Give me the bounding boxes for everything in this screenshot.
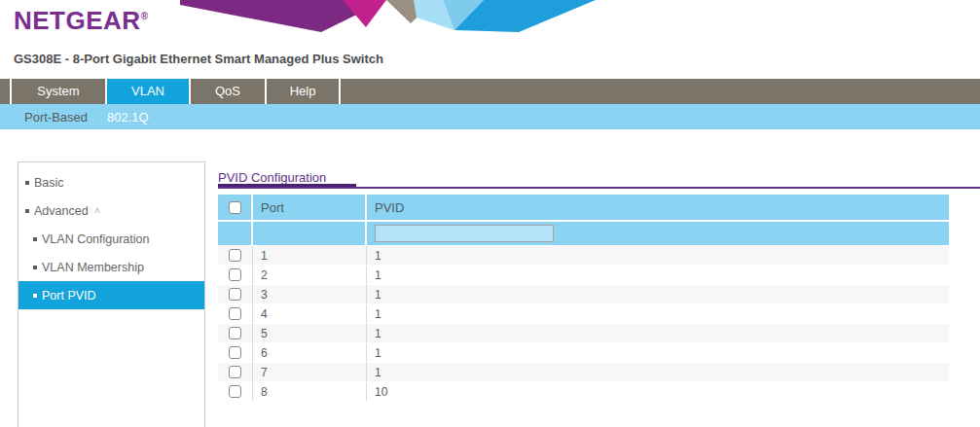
table-row: 4 1 xyxy=(218,304,949,324)
pvid-cell: 1 xyxy=(367,363,949,381)
pvid-cell: 1 xyxy=(367,285,949,303)
table-header-row: Port PVID xyxy=(218,195,949,220)
pvid-cell: 10 xyxy=(367,382,949,401)
port-cell: 8 xyxy=(253,382,367,401)
main-nav: System VLAN QoS Help xyxy=(0,79,980,104)
subnav-item-port-based[interactable]: Port-Based xyxy=(24,110,88,125)
subnav-item-8021q[interactable]: 802.1Q xyxy=(107,110,149,125)
nav-separator xyxy=(339,79,341,104)
page: NETGEAR® GS308E - 8-Port Gigabit Etherne… xyxy=(0,0,980,427)
select-all-checkbox[interactable] xyxy=(229,201,241,214)
sidebar-item-label: VLAN Membership xyxy=(42,261,144,274)
sidebar: Basic Advanced ˄ VLAN Configuration VLAN… xyxy=(18,161,205,427)
port-cell: 7 xyxy=(253,363,367,381)
sub-nav: Port-Based 802.1Q xyxy=(0,104,980,129)
column-header-port: Port xyxy=(253,195,367,220)
collapse-caret-icon: ˄ xyxy=(94,205,100,216)
device-title: GS308E - 8-Port Gigabit Ethernet Smart M… xyxy=(14,52,383,66)
sidebar-item-vlan-configuration[interactable]: VLAN Configuration xyxy=(18,225,204,253)
nav-tab-vlan[interactable]: VLAN xyxy=(105,79,189,104)
table-row: 8 10 xyxy=(218,382,949,402)
row-checkbox[interactable] xyxy=(229,366,241,378)
pvid-cell: 1 xyxy=(367,246,949,265)
select-all-cell xyxy=(218,195,253,220)
nav-tab-system[interactable]: System xyxy=(10,79,105,104)
table-row: 6 1 xyxy=(218,343,949,363)
column-header-pvid: PVID xyxy=(367,195,949,220)
edit-checkbox-cell xyxy=(218,222,253,245)
page-title: PVID Configuration xyxy=(218,170,326,185)
port-cell: 2 xyxy=(253,266,367,284)
port-cell: 3 xyxy=(253,285,367,303)
nav-tab-help[interactable]: Help xyxy=(265,79,339,104)
sidebar-item-label: Port PVID xyxy=(42,289,96,302)
checkbox-cell xyxy=(218,343,253,362)
bullet-icon xyxy=(33,294,37,298)
table-edit-row xyxy=(218,222,949,245)
sidebar-item-label: VLAN Configuration xyxy=(42,232,149,246)
row-checkbox[interactable] xyxy=(229,249,241,262)
checkbox-cell xyxy=(218,304,253,323)
pvid-table: Port PVID 1 1 2 1 3 1 xyxy=(218,195,949,402)
pvid-input[interactable] xyxy=(375,225,554,242)
checkbox-cell xyxy=(218,324,253,342)
bullet-icon xyxy=(25,181,29,185)
checkbox-cell xyxy=(218,363,253,381)
table-row: 3 1 xyxy=(218,285,949,304)
bullet-icon xyxy=(33,266,37,269)
row-checkbox[interactable] xyxy=(229,385,241,398)
table-row: 2 1 xyxy=(218,266,949,285)
row-checkbox[interactable] xyxy=(229,307,241,320)
checkbox-cell xyxy=(218,285,253,303)
nav-tab-qos[interactable]: QoS xyxy=(189,79,265,104)
registered-mark: ® xyxy=(141,11,149,21)
bullet-icon xyxy=(33,237,37,241)
sidebar-item-vlan-membership[interactable]: VLAN Membership xyxy=(18,253,204,281)
sidebar-item-label: Advanced xyxy=(34,204,89,218)
table-row: 1 1 xyxy=(218,246,949,266)
sidebar-item-basic[interactable]: Basic xyxy=(18,168,204,196)
sidebar-item-port-pvid[interactable]: Port PVID xyxy=(18,281,204,309)
pvid-cell: 1 xyxy=(367,343,949,362)
checkbox-cell xyxy=(218,266,253,284)
row-checkbox[interactable] xyxy=(229,268,241,281)
title-underline xyxy=(218,187,980,189)
pvid-cell: 1 xyxy=(367,324,949,342)
pvid-cell: 1 xyxy=(367,304,949,323)
pvid-cell: 1 xyxy=(367,266,949,284)
table-row: 7 1 xyxy=(218,363,949,382)
port-cell: 5 xyxy=(253,324,367,342)
edit-pvid-cell xyxy=(367,222,949,245)
port-cell: 6 xyxy=(253,343,367,362)
sidebar-item-label: Basic xyxy=(34,176,64,190)
edit-port-cell xyxy=(253,222,367,245)
table-row: 5 1 xyxy=(218,324,949,343)
port-cell: 1 xyxy=(253,246,367,265)
row-checkbox[interactable] xyxy=(229,327,241,339)
checkbox-cell xyxy=(218,246,253,265)
row-checkbox[interactable] xyxy=(229,346,241,359)
netgear-logo: NETGEAR® xyxy=(14,6,149,36)
checkbox-cell xyxy=(218,382,253,401)
row-checkbox[interactable] xyxy=(229,288,241,301)
table-body: 1 1 2 1 3 1 4 1 5 1 6 1 xyxy=(218,246,949,402)
port-cell: 4 xyxy=(253,304,367,323)
netgear-logo-text: NETGEAR xyxy=(14,6,141,35)
sidebar-item-advanced[interactable]: Advanced ˄ xyxy=(18,196,204,225)
bullet-icon xyxy=(25,209,29,213)
